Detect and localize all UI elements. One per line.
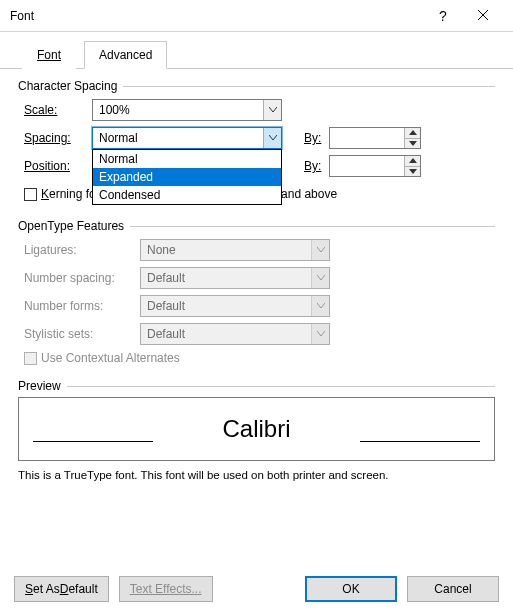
titlebar: Font ? bbox=[0, 0, 513, 32]
ligatures-label: Ligatures: bbox=[24, 243, 132, 257]
cancel-button[interactable]: Cancel bbox=[407, 576, 499, 602]
preview-underline-right bbox=[360, 441, 480, 442]
number-forms-dropdown-button bbox=[311, 296, 329, 316]
stylistic-sets-label: Stylistic sets: bbox=[24, 327, 132, 341]
character-spacing-title: Character Spacing bbox=[18, 79, 495, 93]
position-by-label: By: bbox=[304, 159, 321, 173]
spacing-combobox[interactable]: Normal Normal Expanded Condensed bbox=[92, 127, 282, 149]
scale-value: 100% bbox=[93, 100, 263, 120]
preview-underline-left bbox=[33, 441, 153, 442]
spacing-option-condensed[interactable]: Condensed bbox=[93, 186, 281, 204]
chevron-up-icon bbox=[409, 158, 417, 163]
chevron-down-icon bbox=[317, 247, 325, 253]
number-forms-value: Default bbox=[141, 296, 311, 316]
number-forms-label: Number forms: bbox=[24, 299, 132, 313]
scale-dropdown-button[interactable] bbox=[263, 100, 281, 120]
spacing-by-input[interactable] bbox=[330, 128, 404, 148]
preview-box: Calibri bbox=[18, 397, 495, 461]
character-spacing-group: Character Spacing Scale: 100% Spacing: N… bbox=[18, 79, 495, 205]
tab-font[interactable]: Font bbox=[22, 41, 76, 69]
set-as-default-button[interactable]: Set As Default bbox=[14, 576, 109, 602]
ok-button[interactable]: OK bbox=[305, 576, 397, 602]
chevron-down-icon bbox=[317, 303, 325, 309]
chevron-down-icon bbox=[317, 275, 325, 281]
spacing-dropdown-list: Normal Expanded Condensed bbox=[92, 149, 282, 205]
spacing-option-normal[interactable]: Normal bbox=[93, 150, 281, 168]
chevron-down-icon bbox=[409, 141, 417, 146]
chevron-down-icon bbox=[317, 331, 325, 337]
spacing-by-up[interactable] bbox=[405, 128, 420, 139]
number-forms-combobox: Default bbox=[140, 295, 330, 317]
spacing-by-spinner[interactable] bbox=[329, 127, 421, 149]
spacing-option-expanded[interactable]: Expanded bbox=[93, 168, 281, 186]
spacing-by-label: By: bbox=[304, 131, 321, 145]
opentype-title: OpenType Features bbox=[18, 219, 495, 233]
number-spacing-combobox: Default bbox=[140, 267, 330, 289]
number-spacing-label: Number spacing: bbox=[24, 271, 132, 285]
stylistic-sets-value: Default bbox=[141, 324, 311, 344]
spacing-dropdown-button[interactable] bbox=[263, 128, 281, 148]
tabstrip: Font Advanced bbox=[0, 32, 513, 69]
chevron-down-icon bbox=[269, 107, 277, 113]
scale-label: Scale: bbox=[24, 103, 84, 117]
contextual-alternates-label: Use Contextual Alternates bbox=[41, 351, 180, 365]
ligatures-value: None bbox=[141, 240, 311, 260]
ligatures-dropdown-button bbox=[311, 240, 329, 260]
preview-title: Preview bbox=[18, 379, 495, 393]
scale-combobox[interactable]: 100% bbox=[92, 99, 282, 121]
ligatures-combobox: None bbox=[140, 239, 330, 261]
spacing-label: Spacing: bbox=[24, 131, 84, 145]
number-spacing-dropdown-button bbox=[311, 268, 329, 288]
position-by-input[interactable] bbox=[330, 156, 404, 176]
kerning-checkbox[interactable] bbox=[24, 188, 37, 201]
close-button[interactable] bbox=[461, 8, 505, 24]
position-by-down[interactable] bbox=[405, 167, 420, 177]
position-label: Position: bbox=[24, 159, 84, 173]
position-by-up[interactable] bbox=[405, 156, 420, 167]
spacing-by-down[interactable] bbox=[405, 139, 420, 149]
close-icon bbox=[477, 9, 489, 21]
chevron-down-icon bbox=[269, 135, 277, 141]
help-button[interactable]: ? bbox=[425, 8, 461, 24]
preview-info: This is a TrueType font. This font will … bbox=[18, 469, 495, 481]
number-spacing-value: Default bbox=[141, 268, 311, 288]
spacing-value: Normal bbox=[93, 128, 263, 148]
content-area: Character Spacing Scale: 100% Spacing: N… bbox=[0, 69, 513, 481]
preview-group: Preview Calibri This is a TrueType font.… bbox=[18, 379, 495, 481]
stylistic-sets-combobox: Default bbox=[140, 323, 330, 345]
button-row: Set As Default Text Effects... OK Cancel bbox=[0, 576, 513, 602]
opentype-group: OpenType Features Ligatures: None Number… bbox=[18, 219, 495, 365]
chevron-up-icon bbox=[409, 130, 417, 135]
stylistic-sets-dropdown-button bbox=[311, 324, 329, 344]
dialog-title: Font bbox=[10, 9, 425, 23]
tab-advanced[interactable]: Advanced bbox=[84, 41, 167, 69]
contextual-alternates-checkbox bbox=[24, 352, 37, 365]
preview-font-name: Calibri bbox=[222, 415, 290, 443]
text-effects-button: Text Effects... bbox=[119, 576, 213, 602]
position-by-spinner[interactable] bbox=[329, 155, 421, 177]
chevron-down-icon bbox=[409, 169, 417, 174]
